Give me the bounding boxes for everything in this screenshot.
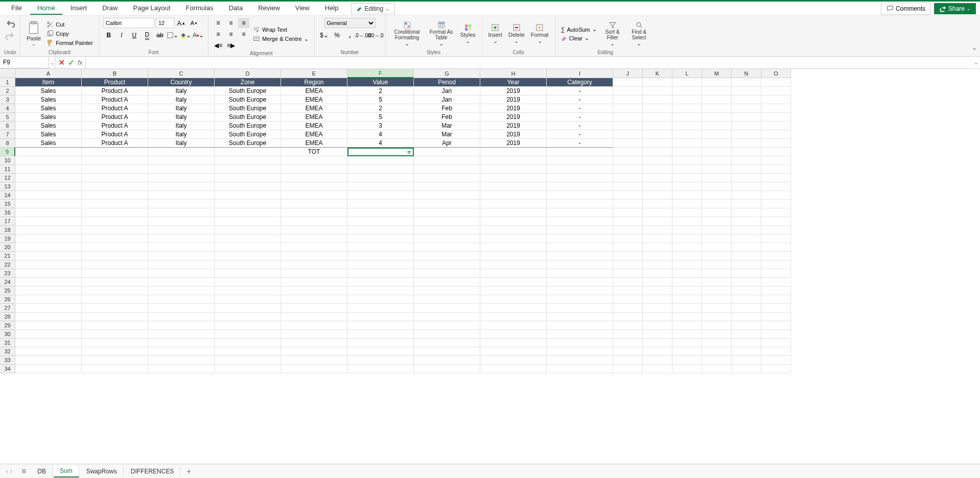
- cell-O22[interactable]: [761, 260, 791, 269]
- cell-G34[interactable]: [414, 365, 480, 373]
- cell-L14[interactable]: [672, 191, 702, 200]
- cell-E32[interactable]: [281, 347, 347, 356]
- align-middle-button[interactable]: ≡: [225, 18, 237, 28]
- cell-N22[interactable]: [732, 260, 761, 269]
- cell-L1[interactable]: [672, 78, 702, 87]
- cell-O28[interactable]: [761, 313, 791, 321]
- cell-N5[interactable]: [732, 113, 761, 122]
- cell-G8[interactable]: Apr: [414, 139, 480, 148]
- cell-K18[interactable]: [643, 226, 672, 234]
- cell-H14[interactable]: [480, 191, 547, 200]
- cell-C30[interactable]: [148, 330, 215, 339]
- cell-B34[interactable]: [82, 365, 148, 373]
- row-header-10[interactable]: 10: [0, 156, 15, 165]
- cell-A4[interactable]: Sales: [15, 104, 82, 113]
- cell-H16[interactable]: [480, 208, 547, 217]
- row-header-19[interactable]: 19: [0, 234, 15, 243]
- row-header-22[interactable]: 22: [0, 260, 15, 269]
- cell-H1[interactable]: Year: [480, 78, 547, 87]
- cell-O5[interactable]: [761, 113, 791, 122]
- cell-N12[interactable]: [732, 174, 761, 182]
- formula-expand-button[interactable]: ⌄: [972, 57, 980, 68]
- cell-J1[interactable]: [613, 78, 643, 87]
- cell-N21[interactable]: [732, 252, 761, 260]
- cell-I1[interactable]: Category: [547, 78, 613, 87]
- cell-J28[interactable]: [613, 313, 643, 321]
- row-header-17[interactable]: 17: [0, 217, 15, 226]
- cell-K20[interactable]: [643, 243, 672, 252]
- underline-button[interactable]: U: [129, 30, 140, 40]
- cell-D31[interactable]: [215, 339, 281, 347]
- tab-page-layout[interactable]: Page Layout: [126, 2, 178, 15]
- cell-K16[interactable]: [643, 208, 672, 217]
- cell-N11[interactable]: [732, 165, 761, 174]
- cell-F22[interactable]: [347, 260, 414, 269]
- cell-L28[interactable]: [672, 313, 702, 321]
- cell-D20[interactable]: [215, 243, 281, 252]
- cell-M20[interactable]: [702, 243, 732, 252]
- cell-O30[interactable]: [761, 330, 791, 339]
- cell-D30[interactable]: [215, 330, 281, 339]
- cell-M14[interactable]: [702, 191, 732, 200]
- row-header-18[interactable]: 18: [0, 226, 15, 234]
- cell-H33[interactable]: [480, 356, 547, 365]
- cell-J2[interactable]: [613, 87, 643, 95]
- cell-F19[interactable]: [347, 234, 414, 243]
- cell-D2[interactable]: South Europe: [215, 87, 281, 95]
- cell-M30[interactable]: [702, 330, 732, 339]
- row-header-21[interactable]: 21: [0, 252, 15, 260]
- cell-K33[interactable]: [643, 356, 672, 365]
- col-header-A[interactable]: A: [15, 69, 82, 78]
- cell-N29[interactable]: [732, 321, 761, 330]
- cell-C5[interactable]: Italy: [148, 113, 215, 122]
- cell-K27[interactable]: [643, 304, 672, 313]
- cell-E31[interactable]: [281, 339, 347, 347]
- cell-F9[interactable]: =: [347, 148, 414, 156]
- row-header-31[interactable]: 31: [0, 339, 15, 347]
- cell-E30[interactable]: [281, 330, 347, 339]
- cell-O31[interactable]: [761, 339, 791, 347]
- comments-button[interactable]: Comments: [881, 3, 931, 15]
- cell-O24[interactable]: [761, 278, 791, 286]
- tab-file[interactable]: File: [4, 2, 29, 15]
- col-header-N[interactable]: N: [732, 69, 761, 78]
- copy-button[interactable]: Copy: [45, 30, 95, 38]
- cell-N30[interactable]: [732, 330, 761, 339]
- cell-C13[interactable]: [148, 182, 215, 191]
- format-cells-button[interactable]: Format⌄: [529, 22, 551, 45]
- clear-button[interactable]: Clear ⌄: [559, 34, 598, 42]
- cell-I25[interactable]: [547, 286, 613, 295]
- cell-D9[interactable]: [215, 148, 281, 156]
- cell-J25[interactable]: [613, 286, 643, 295]
- cell-D5[interactable]: South Europe: [215, 113, 281, 122]
- cell-M11[interactable]: [702, 165, 732, 174]
- cell-M7[interactable]: [702, 130, 732, 139]
- cell-A29[interactable]: [15, 321, 82, 330]
- cell-C15[interactable]: [148, 200, 215, 208]
- col-header-K[interactable]: K: [643, 69, 672, 78]
- cell-L18[interactable]: [672, 226, 702, 234]
- cell-A25[interactable]: [15, 286, 82, 295]
- cell-L11[interactable]: [672, 165, 702, 174]
- cell-I5[interactable]: -: [547, 113, 613, 122]
- cell-O15[interactable]: [761, 200, 791, 208]
- cell-N24[interactable]: [732, 278, 761, 286]
- row-header-25[interactable]: 25: [0, 286, 15, 295]
- cell-G25[interactable]: [414, 286, 480, 295]
- cell-I22[interactable]: [547, 260, 613, 269]
- row-header-33[interactable]: 33: [0, 356, 15, 365]
- align-top-button[interactable]: ≡: [213, 18, 224, 28]
- tab-home[interactable]: Home: [30, 2, 62, 15]
- cell-G9[interactable]: [414, 148, 480, 156]
- cell-G33[interactable]: [414, 356, 480, 365]
- cell-K17[interactable]: [643, 217, 672, 226]
- cell-A11[interactable]: [15, 165, 82, 174]
- cell-A33[interactable]: [15, 356, 82, 365]
- cell-J18[interactable]: [613, 226, 643, 234]
- cell-N6[interactable]: [732, 122, 761, 130]
- cell-E24[interactable]: [281, 278, 347, 286]
- cell-B29[interactable]: [82, 321, 148, 330]
- cell-G13[interactable]: [414, 182, 480, 191]
- row-header-3[interactable]: 3: [0, 95, 15, 104]
- cell-G20[interactable]: [414, 243, 480, 252]
